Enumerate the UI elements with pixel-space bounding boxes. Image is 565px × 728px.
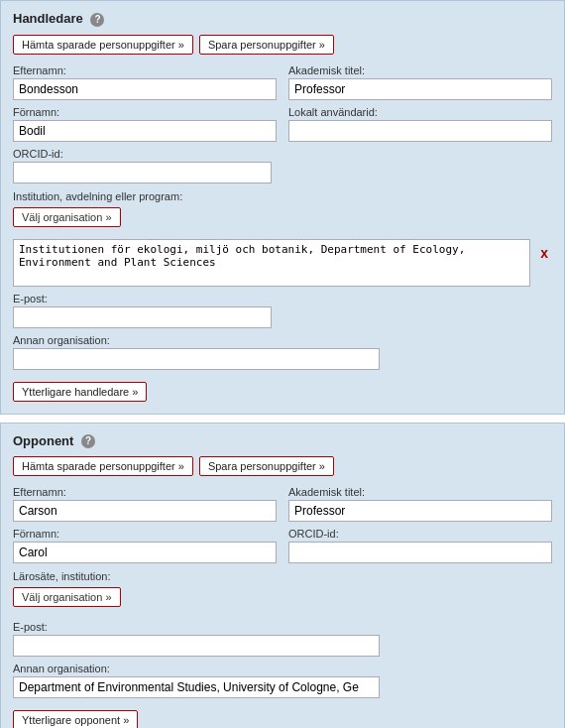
opponent-firstname-input[interactable]: [13, 542, 277, 563]
supervisor-fetch-btn[interactable]: Hämta sparade personuppgifter »: [13, 35, 193, 55]
opponent-academic-input[interactable]: [288, 500, 552, 522]
supervisor-firstname-row: Förnamn: Lokalt användarid:: [13, 106, 552, 142]
opponent-other-org-label: Annan organisation:: [13, 663, 552, 674]
opponent-other-org-row: Annan organisation:: [13, 663, 552, 698]
supervisor-title: Handledare ?: [13, 11, 552, 27]
opponent-lastname-input[interactable]: [13, 500, 277, 522]
supervisor-email-input[interactable]: [13, 306, 272, 328]
opponent-name-row: Efternamn: Akademisk titel:: [13, 486, 552, 522]
opponent-fetch-btn[interactable]: Hämta sparade personuppgifter »: [13, 456, 193, 476]
opponent-orcid-label: ORCID-id:: [288, 528, 552, 540]
opponent-institution-btn-row: Välj organisation »: [13, 587, 552, 613]
opponent-firstname-row: Förnamn: ORCID-id:: [13, 528, 552, 563]
opponent-institution-label-row: Lärosäte, institution:: [13, 569, 552, 583]
supervisor-org-btn[interactable]: Välj organisation »: [13, 207, 121, 227]
supervisor-btn-row: Hämta sparade personuppgifter » Spara pe…: [13, 35, 552, 55]
opponent-firstname-col: Förnamn:: [13, 528, 277, 563]
supervisor-lastname-label: Efternamn:: [13, 64, 277, 76]
supervisor-other-org-input[interactable]: [13, 348, 380, 370]
supervisor-firstname-label: Förnamn:: [13, 106, 277, 118]
supervisor-academic-col: Akademisk titel:: [288, 64, 552, 100]
supervisor-remove-org-btn[interactable]: x: [536, 243, 552, 263]
add-opponent-btn[interactable]: Ytterligare opponent »: [13, 710, 138, 728]
supervisor-localid-col: Lokalt användarid:: [288, 106, 552, 142]
opponent-email-label: E-post:: [13, 621, 552, 633]
opponent-lastname-label: Efternamn:: [13, 486, 277, 498]
opponent-email-col: E-post:: [13, 621, 552, 657]
supervisor-localid-label: Lokalt användarid:: [288, 106, 552, 118]
supervisor-other-org-label: Annan organisation:: [13, 334, 552, 346]
opponent-email-input[interactable]: [13, 635, 380, 657]
supervisor-orcid-input[interactable]: [13, 162, 272, 183]
supervisor-label: Handledare: [13, 11, 83, 26]
supervisor-lastname-input[interactable]: [13, 78, 277, 100]
opponent-title: Opponent ?: [13, 433, 552, 449]
supervisor-section: Handledare ? Hämta sparade personuppgift…: [0, 0, 565, 415]
opponent-academic-label: Akademisk titel:: [288, 486, 552, 498]
opponent-save-btn[interactable]: Spara personuppgifter »: [199, 456, 334, 476]
opponent-institution-label: Lärosäte, institution:: [13, 570, 110, 582]
supervisor-org-btn-row: Välj organisation »: [13, 207, 552, 233]
supervisor-firstname-input[interactable]: [13, 120, 277, 142]
supervisor-org-label-row: Institution, avdelning eller program:: [13, 189, 552, 203]
supervisor-other-org-col: Annan organisation:: [13, 334, 552, 370]
opponent-email-row: E-post:: [13, 621, 552, 657]
supervisor-academic-label: Akademisk titel:: [288, 64, 552, 76]
supervisor-other-org-row: Annan organisation:: [13, 334, 552, 370]
supervisor-orcid-col: ORCID-id:: [13, 148, 272, 183]
opponent-other-org-input[interactable]: [13, 676, 380, 698]
opponent-label: Opponent: [13, 433, 73, 448]
supervisor-email-label: E-post:: [13, 293, 552, 304]
opponent-btn-row: Hämta sparade personuppgifter » Spara pe…: [13, 456, 552, 476]
supervisor-orcid-row: ORCID-id:: [13, 148, 552, 183]
opponent-orcid-input[interactable]: [288, 542, 552, 563]
opponent-section: Opponent ? Hämta sparade personuppgifter…: [0, 423, 565, 728]
opponent-help-icon[interactable]: ?: [81, 434, 95, 448]
opponent-orcid-col: ORCID-id:: [288, 528, 552, 563]
supervisor-firstname-col: Förnamn:: [13, 106, 277, 142]
supervisor-org-text-row: Institutionen för ekologi, miljö och bot…: [13, 239, 552, 287]
supervisor-email-col: E-post:: [13, 293, 552, 328]
supervisor-email-row: E-post:: [13, 293, 552, 328]
opponent-other-org-col: Annan organisation:: [13, 663, 552, 698]
opponent-firstname-label: Förnamn:: [13, 528, 277, 540]
supervisor-name-row: Efternamn: Akademisk titel:: [13, 64, 552, 100]
add-supervisor-btn[interactable]: Ytterligare handledare »: [13, 382, 147, 402]
supervisor-lastname-col: Efternamn:: [13, 64, 277, 100]
supervisor-help-icon[interactable]: ?: [90, 13, 104, 27]
supervisor-orcid-spacer: [283, 148, 552, 183]
supervisor-academic-input[interactable]: [288, 78, 552, 100]
supervisor-orcid-label: ORCID-id:: [13, 148, 272, 160]
opponent-lastname-col: Efternamn:: [13, 486, 277, 522]
supervisor-save-btn[interactable]: Spara personuppgifter »: [199, 35, 334, 55]
supervisor-org-textarea[interactable]: Institutionen för ekologi, miljö och bot…: [13, 239, 530, 287]
supervisor-org-label: Institution, avdelning eller program:: [13, 190, 182, 202]
supervisor-localid-input[interactable]: [288, 120, 552, 142]
opponent-academic-col: Akademisk titel:: [288, 486, 552, 522]
opponent-institution-btn[interactable]: Välj organisation »: [13, 587, 121, 607]
